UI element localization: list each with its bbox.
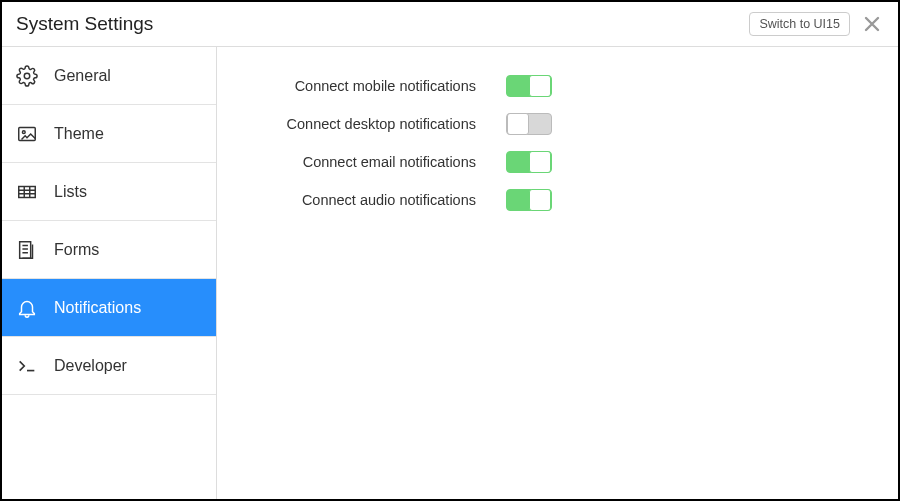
setting-label: Connect desktop notifications [253,116,506,132]
sidebar-item-label: Theme [54,125,104,143]
sidebar-item-label: Notifications [54,299,141,317]
sidebar: General Theme Lists Forms Notifications [2,47,217,499]
toggle-desktop-notifications[interactable] [506,113,552,135]
close-icon [862,14,882,34]
svg-rect-3 [19,186,36,197]
sidebar-item-general[interactable]: General [2,47,216,105]
image-icon [16,123,38,145]
developer-icon [16,355,38,377]
table-icon [16,181,38,203]
toggle-knob [529,75,551,97]
body: General Theme Lists Forms Notifications [2,47,898,499]
setting-row-desktop: Connect desktop notifications [253,113,862,135]
switch-ui-button[interactable]: Switch to UI15 [749,12,850,36]
svg-point-2 [22,130,25,133]
svg-rect-4 [20,241,31,258]
setting-label: Connect email notifications [253,154,506,170]
toggle-email-notifications[interactable] [506,151,552,173]
sidebar-item-label: General [54,67,111,85]
setting-row-audio: Connect audio notifications [253,189,862,211]
bell-icon [16,297,38,319]
header: System Settings Switch to UI15 [2,2,898,47]
toggle-audio-notifications[interactable] [506,189,552,211]
header-actions: Switch to UI15 [749,12,884,36]
sidebar-item-developer[interactable]: Developer [2,337,216,395]
sidebar-item-notifications[interactable]: Notifications [2,279,216,337]
toggle-knob [529,151,551,173]
setting-label: Connect audio notifications [253,192,506,208]
sidebar-item-label: Developer [54,357,127,375]
setting-row-mobile: Connect mobile notifications [253,75,862,97]
sidebar-item-theme[interactable]: Theme [2,105,216,163]
setting-label: Connect mobile notifications [253,78,506,94]
close-button[interactable] [860,12,884,36]
svg-point-0 [24,73,30,79]
form-icon [16,239,38,261]
sidebar-item-lists[interactable]: Lists [2,163,216,221]
gear-icon [16,65,38,87]
sidebar-item-label: Lists [54,183,87,201]
page-title: System Settings [16,13,153,35]
toggle-mobile-notifications[interactable] [506,75,552,97]
sidebar-item-forms[interactable]: Forms [2,221,216,279]
sidebar-item-label: Forms [54,241,99,259]
content-panel: Connect mobile notifications Connect des… [217,47,898,499]
setting-row-email: Connect email notifications [253,151,862,173]
toggle-knob [507,113,529,135]
toggle-knob [529,189,551,211]
